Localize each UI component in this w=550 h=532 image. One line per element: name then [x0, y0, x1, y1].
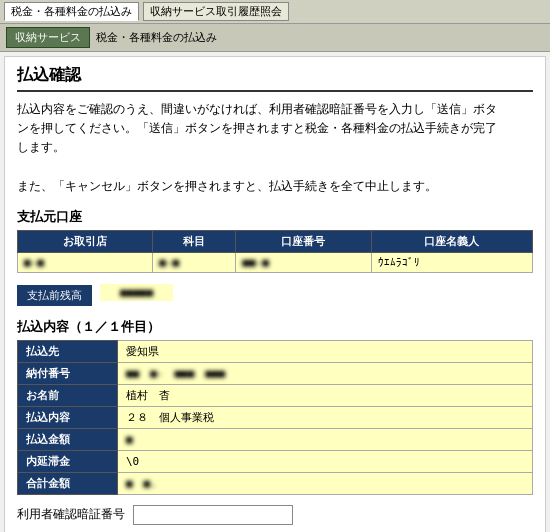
payment-value-content: ２８ 個人事業税	[118, 406, 533, 428]
payment-label-amount: 払込金額	[18, 428, 118, 450]
balance-container: 支払前残高 ■■■■■	[17, 279, 533, 306]
source-col-type: 科目	[153, 230, 236, 252]
payment-label-name: お名前	[18, 384, 118, 406]
payment-details-title: 払込内容（１／１件目）	[17, 318, 533, 336]
confirmation-row: 利用者確認暗証番号	[17, 505, 533, 525]
description: 払込内容をご確認のうえ、間違いがなければ、利用者確認暗証番号を入力し「送信」ボタ…	[17, 100, 533, 196]
source-col-branch: お取引店	[18, 230, 153, 252]
payment-label-late-fee: 内延滞金	[18, 450, 118, 472]
balance-value: ■■■■■	[100, 284, 173, 301]
payment-details-table: 払込先 愛知県 納付番号 ■■ ■- ■■■ ■■■ お名前 植村 杳 払込内容…	[17, 340, 533, 495]
payment-label-content: 払込内容	[18, 406, 118, 428]
source-holder: ｳｴﾑﾗｺﾞﾘ	[371, 252, 532, 272]
payment-value-amount: ■	[118, 428, 533, 450]
payment-label-total: 合計金額	[18, 472, 118, 494]
nav-collection-btn[interactable]: 収納サービス	[6, 27, 90, 48]
payment-value-payee: 愛知県	[118, 340, 533, 362]
tab-history[interactable]: 収納サービス取引履歴照会	[143, 2, 289, 21]
payment-value-total: ■ ■.	[118, 472, 533, 494]
payment-row-total: 合計金額 ■ ■.	[18, 472, 533, 494]
source-account-title: 支払元口座	[17, 208, 533, 226]
balance-label: 支払前残高	[17, 285, 92, 306]
main-content: 払込確認 払込内容をご確認のうえ、間違いがなければ、利用者確認暗証番号を入力し「…	[4, 56, 546, 532]
source-account-row: ■-■ ■-■ ■■-■ ｳｴﾑﾗｺﾞﾘ	[18, 252, 533, 272]
page-title: 払込確認	[17, 65, 533, 92]
payment-value-name: 植村 杳	[118, 384, 533, 406]
tab-tax-payment[interactable]: 税金・各種料金の払込み	[4, 2, 139, 21]
source-account-table: お取引店 科目 口座番号 口座名義人 ■-■ ■-■ ■■-■ ｳｴﾑﾗｺﾞﾘ	[17, 230, 533, 273]
payment-row-payee: 払込先 愛知県	[18, 340, 533, 362]
tab-bar: 税金・各種料金の払込み 収納サービス取引履歴照会	[0, 0, 550, 24]
payment-row-late-fee: 内延滞金 \0	[18, 450, 533, 472]
payment-label-payee: 払込先	[18, 340, 118, 362]
nav-tax-link[interactable]: 税金・各種料金の払込み	[96, 30, 217, 45]
payment-value-number: ■■ ■- ■■■ ■■■	[118, 362, 533, 384]
payment-row-content: 払込内容 ２８ 個人事業税	[18, 406, 533, 428]
payment-row-amount: 払込金額 ■	[18, 428, 533, 450]
confirmation-input[interactable]	[133, 505, 293, 525]
source-number: ■■-■	[236, 252, 371, 272]
source-branch: ■-■	[18, 252, 153, 272]
source-col-holder: 口座名義人	[371, 230, 532, 252]
payment-value-late-fee: \0	[118, 450, 533, 472]
source-type: ■-■	[153, 252, 236, 272]
source-col-number: 口座番号	[236, 230, 371, 252]
payment-row-name: お名前 植村 杳	[18, 384, 533, 406]
confirmation-label: 利用者確認暗証番号	[17, 506, 125, 523]
nav-bar: 収納サービス 税金・各種料金の払込み	[0, 24, 550, 52]
payment-label-number: 納付番号	[18, 362, 118, 384]
payment-row-number: 納付番号 ■■ ■- ■■■ ■■■	[18, 362, 533, 384]
